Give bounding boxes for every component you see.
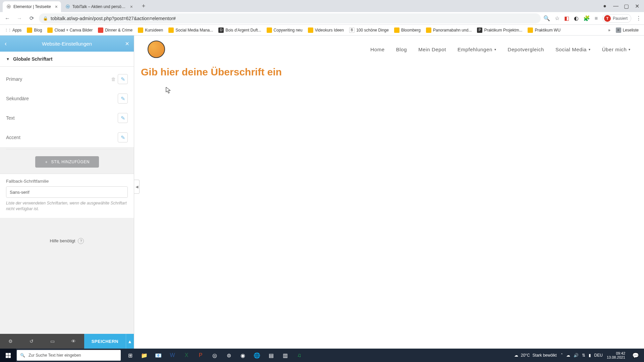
extension-icon[interactable]: ◧	[564, 15, 569, 21]
url-input[interactable]: 🔒 tobitalk.at/wp-admin/post.php?post=627…	[39, 13, 541, 23]
bookmark-item[interactable]: PPraktikum Projektm...	[475, 26, 524, 34]
word-icon[interactable]: W	[166, 349, 179, 362]
back-icon[interactable]: ‹	[5, 40, 13, 47]
notifications-icon[interactable]: 💬	[629, 352, 642, 359]
language-indicator[interactable]: DEU	[594, 353, 603, 358]
puzzle-icon[interactable]: 🧩	[583, 15, 590, 21]
clock[interactable]: 09:42 13.08.2021	[607, 351, 625, 359]
history-icon[interactable]: ↺	[21, 339, 42, 344]
bookmark-item[interactable]: Copywriting neu	[265, 26, 305, 34]
bookmark-item[interactable]: Praktikum WU	[526, 26, 562, 34]
chrome-icon[interactable]: ◉	[236, 349, 250, 362]
excel-icon[interactable]: X	[180, 349, 193, 362]
bookmark-item[interactable]: Cload + Canva Bilder	[45, 26, 95, 34]
bookmark-item[interactable]: Videokurs Ideen	[306, 26, 346, 34]
app-icon-2[interactable]: ▤	[264, 349, 278, 362]
save-options-button[interactable]: ▴	[126, 334, 134, 349]
fallback-section: Fallback-Schriftfamilie Liste der verwen…	[0, 174, 134, 218]
settings-icon[interactable]: ⚙	[0, 339, 21, 344]
maximize-icon[interactable]: ▢	[624, 3, 629, 9]
bookmark-item[interactable]: Panoramabahn und...	[424, 26, 474, 34]
bookmark-item[interactable]: Kursideen	[136, 26, 165, 34]
profile-paused[interactable]: T Pausiert	[602, 14, 631, 23]
folder-icon	[267, 27, 272, 33]
nav-social[interactable]: Social Media▾	[555, 47, 591, 52]
responsive-icon[interactable]: ▭	[42, 339, 63, 344]
folder-icon	[528, 27, 533, 33]
app-icon[interactable]: ◎	[208, 349, 221, 362]
edit-button[interactable]: ✎	[118, 113, 128, 123]
folder-icon	[426, 27, 431, 33]
section-toggle[interactable]: ▼ Globale Schriftart	[0, 52, 134, 67]
bookmark-item[interactable]: Bloomberg	[392, 26, 423, 34]
task-view-icon[interactable]: ⊞	[123, 349, 137, 362]
start-button[interactable]	[0, 349, 16, 362]
help-link[interactable]: Hilfe benötigt ?	[0, 218, 134, 264]
back-button[interactable]: ←	[3, 14, 12, 23]
chevron-down-icon: ▾	[589, 48, 591, 51]
close-icon[interactable]: ×	[121, 40, 129, 48]
edit-button[interactable]: ✎	[118, 94, 128, 104]
site-icon: P	[477, 27, 482, 33]
site-logo[interactable]	[148, 41, 165, 58]
volume-icon[interactable]: 🔊	[574, 353, 579, 358]
app-icon-3[interactable]: ▥	[278, 349, 292, 362]
obs-icon[interactable]: ⊚	[222, 349, 235, 362]
tab-inactive[interactable]: ⓦ TobiTalk – Aktien und persönliche ×	[62, 1, 136, 12]
close-icon[interactable]: ×	[55, 4, 58, 9]
tab-active[interactable]: ⓦ Elementor | Testseite ×	[3, 1, 61, 12]
fallback-input[interactable]	[6, 186, 128, 198]
nav-home[interactable]: Home	[370, 47, 384, 52]
star-icon[interactable]: ☆	[555, 15, 559, 21]
weather-widget[interactable]: ☁ 20°C Stark bewölkt	[514, 353, 557, 358]
cloud-sync-icon[interactable]: ☁	[566, 353, 570, 358]
reload-button[interactable]: ⟳	[27, 14, 36, 23]
bookmark-item[interactable]: Blog	[25, 26, 44, 34]
collapse-panel-button[interactable]: ◀	[134, 180, 140, 194]
settings-dot-icon[interactable]: ●	[602, 3, 607, 9]
chrome-action-icons: 🔍 ☆ ◧ ◐ 🧩 ≡ T Pausiert ⋮	[543, 14, 641, 23]
bookmark-item[interactable]: DBois d'Argent Duft...	[216, 26, 263, 34]
add-style-button[interactable]: ＋ STIL HINZUFÜGEN	[35, 156, 99, 168]
nav-depot[interactable]: Mein Depot	[418, 47, 446, 52]
caret-down-icon: ▼	[6, 57, 10, 61]
apps-icon: ⋮⋮	[5, 27, 11, 33]
save-button[interactable]: SPEICHERN	[84, 334, 126, 349]
spotify-icon[interactable]: ♫	[292, 349, 306, 362]
bookmark-item[interactable]: Social Media Mana...	[166, 26, 215, 34]
edge-icon[interactable]: 🌐	[250, 349, 264, 362]
powerpoint-icon[interactable]: P	[194, 349, 207, 362]
nav-empfehlungen[interactable]: Empfehlungen▾	[458, 47, 496, 52]
wifi-icon[interactable]: ⇅	[582, 353, 585, 358]
explorer-icon[interactable]: 📁	[138, 349, 151, 362]
font-row-secondary: Sekundäre ✎	[6, 89, 128, 108]
bookmark-item[interactable]: B100 schöne Dinge	[347, 26, 391, 34]
folder-icon	[394, 27, 399, 33]
bookmark-item[interactable]: Dinner & Crime	[96, 26, 135, 34]
delete-icon[interactable]: 🗑	[111, 76, 116, 82]
preview-icon[interactable]: 👁	[63, 339, 84, 344]
mail-icon[interactable]: 📧	[152, 349, 165, 362]
overflow-icon[interactable]: »	[608, 28, 610, 33]
zoom-icon[interactable]: 🔍	[543, 15, 550, 21]
new-tab-button[interactable]: +	[139, 1, 148, 11]
close-icon[interactable]: ×	[130, 4, 133, 9]
taskbar-search[interactable]: 🔍 Zur Suche Text hier eingeben	[17, 350, 121, 361]
minimize-icon[interactable]: —	[613, 3, 618, 9]
nav-ueber[interactable]: Über mich▾	[602, 47, 631, 52]
nav-depotvergleich[interactable]: Depotvergleich	[507, 47, 544, 52]
nav-blog[interactable]: Blog	[396, 47, 407, 52]
close-window-icon[interactable]: ✕	[635, 3, 639, 9]
list-icon[interactable]: ≡	[595, 15, 598, 21]
bookmark-apps[interactable]: ⋮⋮Apps	[3, 26, 23, 34]
plus-icon: ＋	[44, 159, 49, 165]
reading-list[interactable]: ≡Leseliste	[614, 26, 641, 34]
battery-icon[interactable]: ▮	[589, 353, 591, 358]
chevron-up-icon[interactable]: ˄	[561, 353, 563, 358]
page-heading[interactable]: Gib hier deine Überschrift ein	[137, 63, 644, 78]
edit-button[interactable]: ✎	[118, 74, 128, 84]
edit-button[interactable]: ✎	[118, 132, 128, 142]
windows-icon	[6, 353, 11, 358]
menu-icon[interactable]: ⋮	[636, 15, 641, 21]
extension-icon-2[interactable]: ◐	[574, 15, 579, 21]
